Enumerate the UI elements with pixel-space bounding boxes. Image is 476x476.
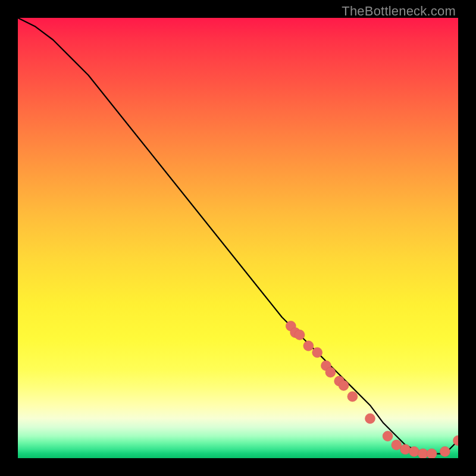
curve-marker (365, 414, 375, 424)
curve-marker (392, 440, 402, 450)
watermark-text: TheBottleneck.com (342, 4, 456, 19)
curve-marker (427, 449, 437, 458)
curve-markers (286, 321, 458, 459)
curve-marker (303, 341, 314, 351)
chart-frame: TheBottleneck.com (0, 0, 476, 476)
curve-marker (400, 444, 411, 455)
curve-marker (383, 431, 393, 441)
bottleneck-curve (18, 18, 458, 454)
curve-marker (418, 449, 428, 458)
curve-marker (347, 392, 358, 402)
curve-marker (295, 330, 305, 340)
curve-marker (339, 380, 349, 390)
curve-marker (409, 446, 419, 456)
curve-marker (325, 367, 336, 377)
curve-marker (440, 446, 450, 456)
curve-layer (18, 18, 458, 458)
plot-area (18, 18, 458, 458)
curve-marker (312, 347, 322, 358)
